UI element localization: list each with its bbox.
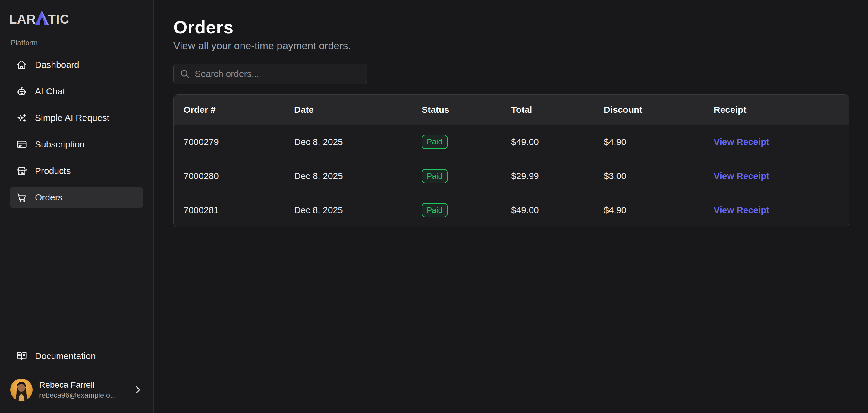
table-row: 7000279 Dec 8, 2025 Paid $49.00 $4.90 Vi… [174,125,849,159]
column-header-total: Total [501,105,594,115]
sparkles-icon [16,113,27,123]
sidebar-item-ai-chat[interactable]: AI Chat [10,81,144,102]
order-discount: $4.90 [594,205,704,215]
sidebar-item-subscription[interactable]: Subscription [10,134,144,155]
search-input[interactable] [195,69,361,79]
order-number: 7000281 [174,205,284,215]
page-title: Orders [173,17,234,38]
column-header-discount: Discount [594,105,704,115]
order-receipt-cell: View Receipt [704,171,849,181]
sidebar-item-label: Products [35,166,70,176]
search-icon [180,69,190,79]
brand-logo: LAR TIC [0,0,153,25]
order-total: $49.00 [501,137,594,147]
sidebar-item-label: Documentation [35,351,96,361]
sidebar-item-label: Orders [35,192,63,203]
sidebar-item-label: AI Chat [35,86,65,96]
sidebar-nav: Dashboard AI Chat Simple AI Request Subs… [0,54,153,208]
table-header-row: Order # Date Status Total Discount Recei… [174,95,849,125]
sidebar-item-documentation[interactable]: Documentation [10,346,144,366]
sidebar-item-label: Subscription [35,139,85,150]
sidebar-item-label: Dashboard [35,60,79,70]
sidebar-item-simple-ai-request[interactable]: Simple AI Request [10,107,144,128]
order-date: Dec 8, 2025 [284,171,412,181]
sidebar-item-label: Simple AI Request [35,113,110,123]
status-badge: Paid [422,203,447,217]
avatar [10,379,33,401]
user-menu[interactable]: Rebeca Farrell rebeca96@example.o... [10,379,144,401]
table-row: 7000281 Dec 8, 2025 Paid $49.00 $4.90 Vi… [174,193,849,227]
app-root: LAR TIC Platform Dashboard AI C [0,0,868,413]
view-receipt-link[interactable]: View Receipt [714,137,770,147]
brand-triangle-penguin-icon [35,10,49,25]
column-header-receipt: Receipt [704,105,849,115]
book-open-icon [16,351,27,361]
view-receipt-link[interactable]: View Receipt [714,205,770,215]
home-icon [16,59,27,70]
main-content: Orders View all your one-time payment or… [154,0,868,413]
credit-card-icon [16,139,27,150]
order-discount: $3.00 [594,171,704,181]
order-total: $29.99 [501,171,594,181]
orders-table: Order # Date Status Total Discount Recei… [173,94,849,227]
sidebar-item-products[interactable]: Products [10,160,144,181]
sidebar-item-orders[interactable]: Orders [10,187,144,208]
column-header-date: Date [284,105,412,115]
brand-name-prefix: LAR [9,13,36,25]
sidebar-item-dashboard[interactable]: Dashboard [10,54,144,76]
table-row: 7000280 Dec 8, 2025 Paid $29.99 $3.00 Vi… [174,159,849,193]
order-receipt-cell: View Receipt [704,205,849,215]
status-badge: Paid [422,169,447,183]
user-name: Rebeca Farrell [39,380,126,390]
shopping-cart-icon [16,192,27,203]
order-status-cell: Paid [412,203,501,217]
sidebar-footer: Documentation Rebeca Farrell rebeca96@ [0,346,153,413]
user-email: rebeca96@example.o... [39,391,126,400]
sidebar: LAR TIC Platform Dashboard AI C [0,0,154,413]
robot-icon [16,86,27,97]
order-number: 7000279 [174,137,284,147]
order-status-cell: Paid [412,169,501,183]
order-total: $49.00 [501,205,594,215]
column-header-status: Status [412,105,501,115]
column-header-order: Order # [174,105,284,115]
order-receipt-cell: View Receipt [704,137,849,147]
order-number: 7000280 [174,171,284,181]
order-date: Dec 8, 2025 [284,205,412,215]
status-badge: Paid [422,135,447,149]
order-date: Dec 8, 2025 [284,137,412,147]
brand-name-suffix: TIC [48,13,69,25]
page-subtitle: View all your one-time payment orders. [173,40,351,52]
order-discount: $4.90 [594,137,704,147]
user-info: Rebeca Farrell rebeca96@example.o... [39,380,126,400]
store-icon [16,166,27,176]
order-status-cell: Paid [412,135,501,149]
search-box [173,64,367,84]
chevron-right-icon [133,385,143,395]
sidebar-section-label: Platform [11,38,153,47]
view-receipt-link[interactable]: View Receipt [714,171,770,181]
